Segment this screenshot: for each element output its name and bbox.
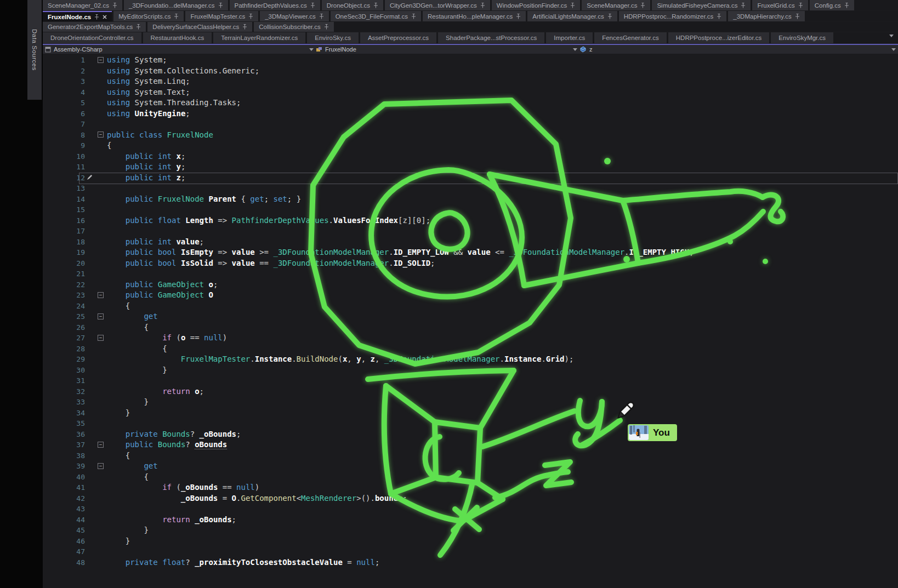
tab-overflow-icon[interactable]	[889, 35, 894, 37]
pin-icon[interactable]	[248, 14, 253, 19]
code-line[interactable]: 39− get	[43, 461, 898, 472]
close-icon[interactable]	[103, 14, 107, 20]
pin-icon[interactable]	[94, 14, 99, 20]
tab[interactable]: ShaderPackage...stProcessor.cs	[438, 32, 544, 43]
code-line[interactable]: 21	[43, 269, 898, 279]
code-line[interactable]: 45 }	[43, 525, 898, 536]
code-line[interactable]: 13	[43, 183, 898, 194]
tab[interactable]: PathfinderDepthValues.cs	[230, 0, 320, 10]
code-line[interactable]: 33 }	[43, 397, 898, 408]
pin-icon[interactable]	[844, 3, 849, 8]
pin-icon[interactable]	[570, 3, 575, 8]
tab[interactable]: MyEditorScripts.cs	[113, 11, 184, 21]
tab[interactable]: _3DMapViewer.cs	[260, 11, 328, 21]
pin-icon[interactable]	[607, 14, 612, 19]
code-line[interactable]: 44 return _oBounds;	[43, 515, 898, 526]
code-line[interactable]: 22 public GameObject o;	[43, 279, 898, 290]
pin-icon[interactable]	[411, 14, 416, 19]
tab[interactable]: FencesGenerator.cs	[594, 32, 667, 43]
fold-marker[interactable]: −	[98, 442, 104, 448]
pin-icon[interactable]	[795, 14, 800, 19]
code-line[interactable]: 3using System.Linq;	[43, 76, 898, 87]
tab[interactable]: CityGen3DGen...torWrapper.cs	[385, 0, 490, 10]
code-line[interactable]: 27− if (o == null)	[43, 333, 898, 344]
code-line[interactable]: 43	[43, 504, 898, 515]
tab[interactable]: ArtificialLightsManager.cs	[527, 11, 617, 21]
fold-marker[interactable]: −	[98, 313, 104, 319]
type-dropdown[interactable]: FruxelNode	[316, 45, 571, 54]
code-line[interactable]: 20 public bool IsSolid => value == _3DFo…	[43, 258, 898, 269]
code-line[interactable]: 11 public int y;	[43, 162, 898, 173]
fold-marker[interactable]: −	[98, 292, 104, 298]
fold-marker[interactable]: −	[98, 463, 104, 469]
pin-icon[interactable]	[516, 14, 521, 19]
code-line[interactable]: 32 return o;	[43, 386, 898, 397]
member-dropdown[interactable]: z	[579, 45, 889, 54]
fold-marker[interactable]: −	[98, 132, 104, 138]
tab[interactable]: Generator2ExportMapTools.cs	[43, 22, 146, 32]
tab[interactable]: RestaurantHook.cs	[143, 32, 212, 43]
code-line[interactable]: 5using System.Threading.Tasks;	[43, 98, 898, 109]
tab[interactable]: HDRPPostproce...izerEditor.cs	[668, 32, 770, 43]
fold-marker[interactable]: −	[98, 335, 104, 341]
pin-icon[interactable]	[717, 14, 721, 19]
code-line[interactable]: 9{	[43, 140, 898, 151]
code-line[interactable]: 26 {	[43, 322, 898, 333]
code-line[interactable]: 19 public bool IsEmpty => value >= _3DFo…	[43, 247, 898, 258]
tab[interactable]: DroneOrientationController.cs	[43, 32, 141, 43]
pin-icon[interactable]	[480, 3, 485, 8]
code-line[interactable]: 7	[43, 119, 898, 130]
code-line[interactable]: 42 _oBounds = O.GetComponent<MeshRendere…	[43, 493, 898, 504]
code-line[interactable]: 15	[43, 204, 898, 215]
tab[interactable]: OneSec3D_FileFormat.cs	[331, 11, 421, 21]
code-line[interactable]: 38 {	[43, 450, 898, 461]
code-line[interactable]: 8−public class FruxelNode	[43, 130, 898, 141]
code-line[interactable]: 17	[43, 226, 898, 237]
tab[interactable]: _3DFoundatio...delManager.cs	[124, 0, 228, 10]
tab-active-FruxelNode.cs[interactable]: FruxelNode.cs	[43, 11, 112, 21]
code-line[interactable]: 37− public Bounds? oBounds	[43, 439, 898, 450]
pin-icon[interactable]	[174, 14, 179, 19]
pin-icon[interactable]	[218, 3, 223, 8]
type-dropdown-arrow-icon[interactable]	[573, 48, 577, 51]
code-editor[interactable]: 1−using System;2using System.Collections…	[43, 54, 898, 588]
fold-marker[interactable]: −	[98, 57, 104, 63]
code-line[interactable]: 41 if (_oBounds == null)	[43, 482, 898, 493]
tab[interactable]: HDRPPostproc...Randomizer.cs	[619, 11, 727, 21]
code-line[interactable]: 36 private Bounds? _oBounds;	[43, 429, 898, 440]
tab[interactable]: FruxelMapTester.cs	[185, 11, 258, 21]
project-dropdown-arrow-icon[interactable]	[309, 48, 314, 51]
code-line[interactable]: 2using System.Collections.Generic;	[43, 66, 898, 77]
tab[interactable]: SimulatedFisheyeCamera.cs	[652, 0, 751, 10]
code-line[interactable]: 48 private float? _proximityToClosestObs…	[43, 557, 898, 568]
code-line[interactable]: 23− public GameObject O	[43, 290, 898, 301]
code-line[interactable]: 31	[43, 375, 898, 386]
code-line[interactable]: 18 public int value;	[43, 237, 898, 248]
tab[interactable]: WindowPositionFinder.cs	[492, 0, 580, 10]
code-line[interactable]: 1−using System;	[43, 55, 898, 66]
pin-icon[interactable]	[373, 3, 378, 8]
pin-icon[interactable]	[112, 3, 117, 8]
code-line[interactable]: 34 }	[43, 408, 898, 419]
code-line[interactable]: 4using System.Text;	[43, 87, 898, 98]
code-line[interactable]: 16 public float Length => PathfinderDept…	[43, 215, 898, 226]
tab[interactable]: FruxelGrid.cs	[752, 0, 808, 10]
pin-icon[interactable]	[310, 3, 315, 8]
code-line[interactable]: 46 }	[43, 536, 898, 547]
tab[interactable]: EnviroSkyMgr.cs	[771, 32, 833, 43]
code-line[interactable]: 25− get	[43, 311, 898, 322]
tab[interactable]: CollisionSubscriber.cs	[254, 22, 334, 32]
data-sources-vertical-tab[interactable]: Data Sources	[27, 0, 42, 100]
code-line[interactable]: 24 {	[43, 301, 898, 312]
tab[interactable]: AssetPreprocessor.cs	[360, 32, 436, 43]
tab[interactable]: TerrainLayerRandomizer.cs	[213, 32, 305, 43]
code-line[interactable]: 29 FruxelMapTester.Instance.BuildNode(x,…	[43, 354, 898, 365]
member-dropdown-arrow-icon[interactable]	[891, 48, 896, 51]
code-line[interactable]: 12 public int z;	[43, 173, 898, 184]
tab[interactable]: _3DMapHierarchy.cs	[728, 11, 805, 21]
project-dropdown[interactable]: Assembly-CSharp	[45, 45, 307, 54]
pin-icon[interactable]	[798, 3, 803, 8]
code-line[interactable]: 28 {	[43, 344, 898, 355]
pin-icon[interactable]	[741, 3, 746, 8]
code-line[interactable]: 40 {	[43, 472, 898, 483]
